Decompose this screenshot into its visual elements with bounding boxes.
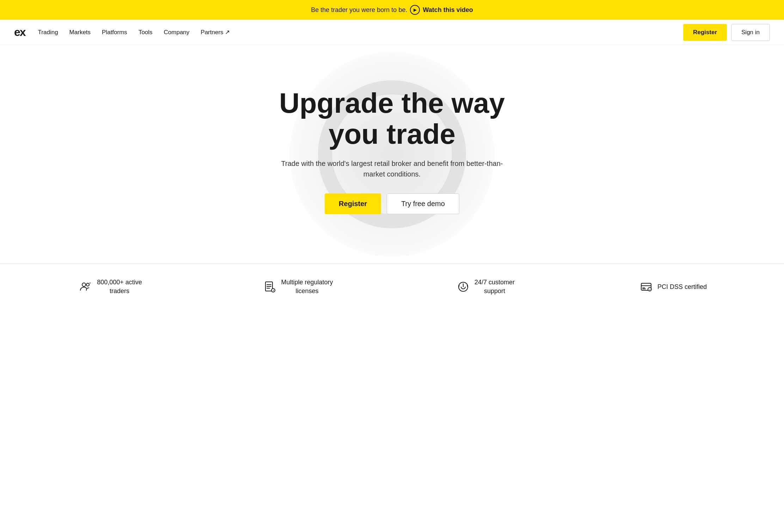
svg-point-1	[86, 283, 89, 286]
support-icon	[457, 280, 470, 293]
stat-licenses-text: Multiple regulatory licenses	[281, 278, 333, 296]
hero-section: Upgrade the way you trade Trade with the…	[0, 45, 784, 264]
banner-text: Be the trader you were born to be.	[311, 6, 407, 14]
svg-text:✓: ✓	[649, 289, 651, 291]
logo[interactable]: ex	[14, 26, 25, 39]
hero-subtitle: Trade with the world's largest retail br…	[279, 158, 505, 179]
register-button[interactable]: Register	[683, 24, 727, 41]
pci-icon: ✓	[640, 280, 653, 293]
nav-item-trading[interactable]: Trading	[38, 29, 58, 36]
stat-traders-text: 800,000+ active traders	[97, 278, 142, 296]
hero-content: Upgrade the way you trade Trade with the…	[279, 88, 505, 214]
nav-item-tools[interactable]: Tools	[139, 29, 153, 36]
stat-support: 24/7 customer support	[396, 278, 575, 296]
hero-register-button[interactable]: Register	[325, 193, 381, 214]
hero-demo-button[interactable]: Try free demo	[387, 193, 459, 214]
users-icon: +	[79, 280, 92, 293]
navbar: ex Trading Markets Platforms Tools Compa…	[0, 20, 784, 45]
stat-pci-text: PCI DSS certified	[657, 283, 707, 291]
logo-text: ex	[14, 26, 25, 38]
svg-text:✓: ✓	[272, 289, 275, 292]
hero-title-line1: Upgrade the way	[279, 87, 505, 119]
nav-item-company[interactable]: Company	[164, 29, 190, 36]
stat-active-traders: + 800,000+ active traders	[21, 278, 200, 296]
nav-links: Trading Markets Platforms Tools Company …	[38, 29, 230, 36]
nav-item-partners[interactable]: Partners ↗	[201, 29, 230, 36]
stat-pci: ✓ PCI DSS certified	[584, 280, 763, 293]
hero-title-line2: you trade	[329, 118, 455, 150]
hero-title: Upgrade the way you trade	[279, 88, 505, 150]
signin-button[interactable]: Sign in	[731, 24, 770, 41]
nav-item-platforms[interactable]: Platforms	[102, 29, 127, 36]
nav-item-markets[interactable]: Markets	[69, 29, 91, 36]
navbar-left: ex Trading Markets Platforms Tools Compa…	[14, 26, 230, 39]
top-banner: Be the trader you were born to be. ▶ Wat…	[0, 0, 784, 20]
license-icon: ✓	[263, 280, 276, 293]
stats-bar: + 800,000+ active traders ✓ Multiple reg…	[0, 264, 784, 310]
hero-buttons: Register Try free demo	[279, 193, 505, 214]
svg-text:+: +	[89, 282, 91, 285]
stat-regulatory: ✓ Multiple regulatory licenses	[209, 278, 388, 296]
watch-video-link[interactable]: Watch this video	[423, 6, 473, 14]
play-icon: ▶	[410, 5, 420, 15]
navbar-right: Register Sign in	[683, 24, 770, 41]
stat-support-text: 24/7 customer support	[474, 278, 515, 296]
svg-point-0	[82, 283, 86, 286]
